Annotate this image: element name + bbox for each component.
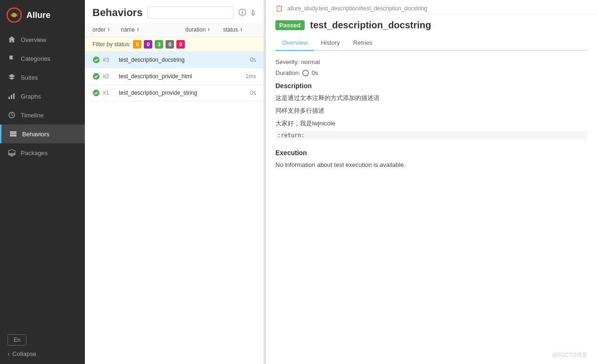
sidebar-item-label: Graphs [21, 93, 41, 100]
detail-content: Severity: normal Duration: 0s Descriptio… [266, 51, 597, 364]
bar-chart-icon [8, 92, 16, 100]
test-title: test_description_docstring [310, 20, 431, 31]
filter-badge-green[interactable]: 3 [155, 40, 163, 49]
svg-rect-7 [10, 133, 17, 134]
description-line-4: :return: [275, 131, 588, 140]
table-row[interactable]: #2 test_description_privide_html 1ms [85, 68, 264, 85]
sidebar-item-graphs[interactable]: Graphs [0, 87, 85, 106]
test-list: #3 test_description_docstring 0s #2 test… [85, 52, 264, 364]
sidebar-item-packages[interactable]: Packages [0, 143, 85, 162]
download-icon[interactable]: ⇩ [250, 8, 256, 17]
table-row[interactable]: #3 test_description_docstring 0s [85, 52, 264, 68]
sidebar-item-suites[interactable]: Suites [0, 68, 85, 87]
passed-status-icon [92, 56, 100, 64]
svg-point-1 [12, 13, 16, 17]
severity-row: Severity: normal [275, 58, 588, 66]
test-name: test_description_provide_string [119, 90, 234, 96]
execution-title: Execution [275, 149, 588, 157]
passed-status-icon [92, 89, 100, 97]
language-button[interactable]: En [8, 334, 26, 346]
sidebar-item-label: Behaviors [22, 131, 50, 138]
filter-label: Filter by status: [92, 41, 131, 48]
allure-logo-icon [7, 8, 22, 23]
test-duration: 0s [237, 90, 256, 96]
table-header: order ⬆ name ⬆ duration ⬆ status ⬆ [85, 23, 264, 37]
filter-badge-orange[interactable]: 0 [133, 40, 141, 49]
duration-value: 0s [312, 69, 318, 76]
behaviors-search-input[interactable] [147, 7, 234, 19]
filter-badge-darkgray[interactable]: 0 [166, 40, 174, 49]
description-line-2: 同样支持多行描述 [275, 106, 588, 116]
table-row[interactable]: #1 test_description_provide_string 0s [85, 85, 264, 101]
behaviors-icons: ⓘ ⇩ [239, 8, 256, 18]
svg-rect-3 [11, 95, 12, 99]
filter-row: Filter by status: 0 0 3 0 0 [85, 37, 264, 52]
svg-rect-2 [8, 97, 10, 99]
description-title: Description [275, 82, 588, 90]
sidebar-item-label: Timeline [21, 112, 44, 119]
svg-rect-8 [10, 135, 17, 136]
svg-point-11 [93, 73, 100, 80]
duration-label: Duration: [275, 69, 300, 76]
layers-icon [8, 73, 16, 82]
copy-icon[interactable]: 📋 [275, 5, 283, 12]
test-number: #1 [103, 90, 116, 96]
sidebar-item-label: Suites [21, 74, 38, 81]
passed-status-icon [92, 73, 100, 80]
duration-row: Duration: 0s [275, 69, 588, 76]
sidebar-bottom: En ‹ Collapse [0, 328, 85, 364]
test-duration: 0s [237, 57, 256, 63]
col-duration-header[interactable]: duration ⬆ [185, 26, 223, 33]
collapse-button[interactable]: ‹ Collapse [8, 350, 77, 357]
col-status-header[interactable]: status ⬆ [223, 26, 256, 33]
breadcrumb-text: allure_study.test_description#test_descr… [287, 5, 427, 12]
detail-tabs: Overview History Retries [275, 35, 588, 51]
sidebar-item-timeline[interactable]: Timeline [0, 106, 85, 124]
test-name: test_description_docstring [119, 57, 234, 63]
tab-overview[interactable]: Overview [275, 35, 314, 51]
severity-label: Severity: [275, 58, 299, 66]
watermark: @51CTO博客 [552, 351, 588, 359]
app-title: Allure [26, 10, 50, 20]
sidebar-item-behaviors[interactable]: Behaviors [0, 124, 85, 143]
sidebar-header: Allure [0, 0, 85, 30]
severity-value: normal [301, 58, 320, 66]
home-icon [8, 35, 16, 44]
collapse-label: Collapse [12, 350, 36, 357]
list-icon [9, 130, 17, 138]
clock-icon [8, 111, 16, 119]
sidebar-item-label: Overview [21, 36, 46, 43]
duration-sort-icon: ⬆ [207, 27, 211, 32]
name-sort-icon: ⬆ [136, 27, 140, 32]
svg-point-10 [93, 57, 100, 63]
detail-title-row: Passed test_description_docstring [266, 15, 597, 31]
filter-badge-purple[interactable]: 0 [144, 40, 152, 49]
duration-clock-icon [302, 70, 309, 76]
behaviors-panel: Behaviors ⓘ ⇩ order ⬆ name ⬆ duration ⬆ … [85, 0, 264, 364]
test-number: #3 [103, 57, 116, 63]
info-icon[interactable]: ⓘ [239, 8, 246, 18]
package-icon [8, 149, 16, 157]
svg-point-12 [93, 90, 100, 96]
sidebar-item-label: Packages [21, 149, 48, 157]
behaviors-header: Behaviors ⓘ ⇩ [85, 0, 264, 23]
sidebar: Allure Overview Categories Suites Graphs [0, 0, 85, 364]
chevron-left-icon: ‹ [8, 350, 9, 357]
col-name-header[interactable]: name ⬆ [121, 26, 185, 33]
flag-icon [8, 54, 16, 63]
tab-retries[interactable]: Retries [347, 35, 379, 51]
col-order-header[interactable]: order ⬆ [92, 26, 121, 33]
sidebar-item-categories[interactable]: Categories [0, 49, 85, 68]
test-duration: 1ms [237, 73, 256, 80]
sidebar-item-overview[interactable]: Overview [0, 30, 85, 49]
breadcrumb: 📋 allure_study.test_description#test_des… [266, 0, 597, 15]
execution-text: No information about test execution is a… [275, 160, 588, 170]
description-line-1: 这是通过文本注释的方式添加的描述语 [275, 93, 588, 103]
tab-history[interactable]: History [314, 35, 346, 51]
status-badge: Passed [275, 20, 305, 30]
description-line-3: 大家好，我是lwjnicole [275, 119, 588, 129]
filter-badge-pink[interactable]: 0 [176, 40, 185, 49]
sidebar-nav: Overview Categories Suites Graphs Timeli… [0, 30, 85, 162]
test-number: #2 [103, 73, 116, 80]
main-content: Behaviors ⓘ ⇩ order ⬆ name ⬆ duration ⬆ … [85, 0, 597, 364]
